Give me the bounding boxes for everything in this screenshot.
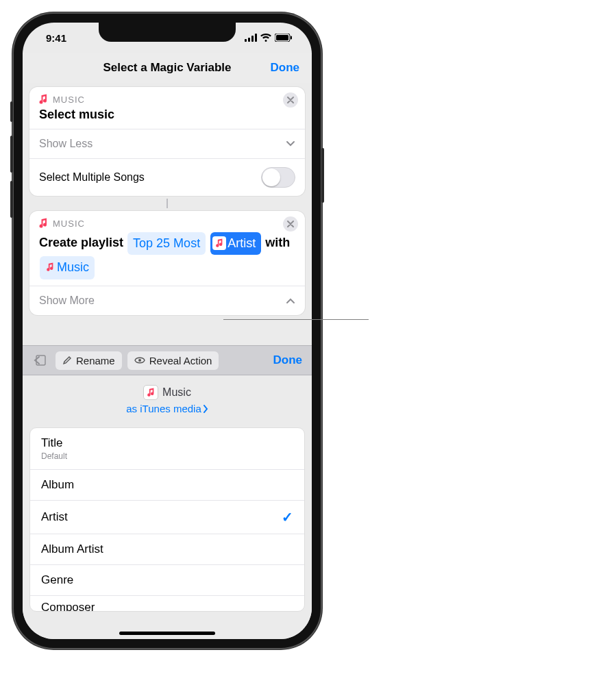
battery-icon — [275, 34, 293, 42]
content-type-link[interactable]: as iTunes media — [126, 403, 208, 414]
mute-switch — [10, 101, 13, 122]
svg-rect-5 — [276, 35, 288, 40]
chevron-right-icon — [203, 405, 208, 413]
keyboard-accessory: Rename Reveal Action Done — [23, 345, 312, 375]
property-list: Title Default Album Artist ✓ Album Artis… — [29, 427, 305, 612]
music-token-label: Music — [57, 258, 89, 277]
with-label: with — [265, 236, 290, 249]
list-item[interactable]: Title Default — [30, 428, 304, 470]
list-item-label: Genre — [41, 573, 73, 587]
reveal-label: Reveal Action — [149, 355, 212, 366]
card-header: MUSIC — [29, 87, 305, 105]
app-label: MUSIC — [53, 219, 85, 229]
vol-up — [10, 136, 13, 173]
list-item-sub: Default — [41, 451, 67, 461]
app-label: MUSIC — [53, 95, 85, 105]
variable-inspector: Music as iTunes media Title Default — [23, 375, 312, 639]
music-variable-token[interactable]: Music — [40, 256, 95, 279]
nav-title: Select a Magic Variable — [103, 61, 231, 75]
svg-rect-1 — [248, 38, 250, 42]
show-more-row[interactable]: Show More — [29, 286, 305, 315]
status-right — [245, 34, 293, 42]
select-multiple-row: Select Multiple Songs — [29, 158, 305, 196]
as-label: as iTunes media — [126, 403, 201, 414]
artist-variable-token[interactable]: Artist — [210, 232, 261, 255]
close-icon[interactable] — [283, 216, 298, 232]
action-card-select-music: MUSIC Select music Show Less Select Mult… — [29, 87, 305, 196]
list-item-label: Artist — [41, 510, 68, 524]
list-item[interactable]: Album Artist — [30, 534, 304, 565]
reveal-action-button[interactable]: Reveal Action — [127, 351, 219, 370]
show-less-label: Show Less — [39, 138, 93, 150]
pencil-icon — [62, 355, 72, 365]
side-button — [321, 148, 324, 203]
svg-rect-2 — [251, 36, 254, 42]
status-time: 9:41 — [46, 32, 66, 44]
chevron-up-icon — [286, 297, 295, 304]
iphone-frame: 9:41 Select a Magic Variable Done — [12, 12, 322, 649]
list-item[interactable]: Genre — [30, 565, 304, 596]
connector — [167, 199, 168, 208]
variable-name: Music — [162, 386, 191, 399]
music-app-icon — [38, 218, 49, 229]
chevron-down-icon — [286, 140, 295, 147]
nav-done-button[interactable]: Done — [271, 61, 300, 75]
music-icon — [212, 236, 226, 250]
rename-label: Rename — [76, 355, 115, 366]
wifi-icon — [260, 34, 271, 42]
music-app-icon — [38, 94, 49, 105]
show-less-row[interactable]: Show Less — [29, 129, 305, 158]
nav-bar: Select a Magic Variable Done — [23, 53, 312, 83]
toggle-knob — [262, 168, 280, 186]
list-item[interactable]: Album — [30, 470, 304, 501]
checkmark-icon: ✓ — [282, 509, 293, 525]
action-prefix: Create playlist — [39, 236, 123, 249]
callout-line — [223, 319, 369, 320]
screen: 9:41 Select a Magic Variable Done — [23, 23, 312, 639]
svg-rect-6 — [291, 36, 292, 40]
playlist-name-token[interactable]: Top 25 Most — [127, 232, 206, 255]
show-more-label: Show More — [39, 295, 95, 307]
eye-icon — [134, 356, 145, 364]
list-item-label: Title — [41, 436, 63, 449]
list-item-label: Composer — [41, 601, 95, 611]
vol-down — [10, 181, 13, 218]
close-icon[interactable] — [283, 92, 298, 108]
content: MUSIC Select music Show Less Select Mult… — [23, 83, 312, 345]
list-item-label: Album — [41, 478, 74, 492]
music-icon — [143, 385, 158, 400]
action-card-create-playlist: MUSIC Create playlist Top 25 Most Artist… — [29, 211, 305, 315]
action-title: Create playlist Top 25 Most Artist with … — [29, 229, 305, 286]
action-title: Select music — [29, 105, 305, 129]
select-multiple-toggle[interactable] — [261, 167, 295, 188]
svg-rect-0 — [245, 39, 247, 42]
svg-rect-7 — [36, 355, 45, 365]
select-multiple-label: Select Multiple Songs — [39, 171, 145, 184]
artist-token-label: Artist — [227, 234, 256, 253]
list-item[interactable]: Artist ✓ — [30, 501, 304, 534]
keyboard-back-button[interactable] — [28, 350, 50, 371]
home-indicator[interactable] — [119, 632, 215, 635]
rename-button[interactable]: Rename — [56, 351, 122, 370]
card-header: MUSIC — [29, 211, 305, 229]
cellular-icon — [245, 34, 257, 42]
svg-point-8 — [138, 359, 141, 362]
svg-rect-3 — [255, 34, 257, 42]
list-item-label: Album Artist — [41, 542, 103, 556]
list-item[interactable]: Composer — [30, 596, 304, 611]
variable-header: Music as iTunes media — [23, 375, 312, 418]
accessory-done-button[interactable]: Done — [273, 353, 307, 367]
notch — [99, 23, 236, 42]
